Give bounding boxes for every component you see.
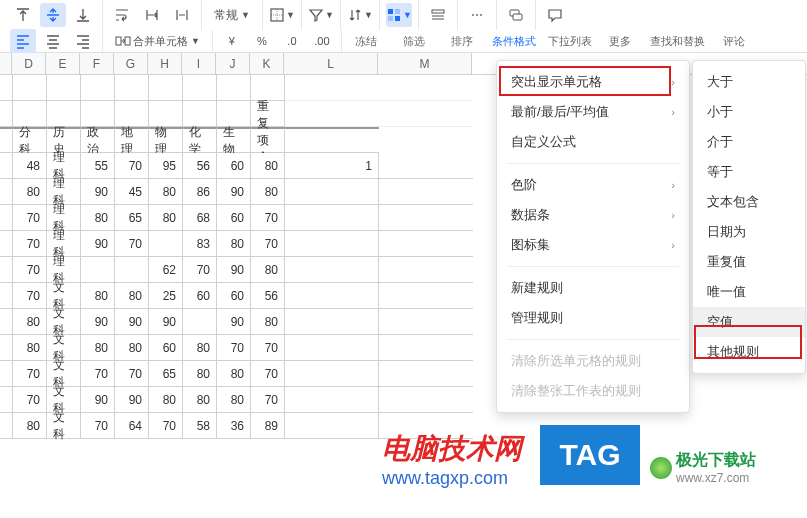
cell[interactable] — [285, 361, 379, 387]
valign-top-button[interactable] — [10, 3, 36, 27]
header-cell[interactable] — [0, 127, 13, 153]
submenu-item[interactable]: 重复值 — [693, 247, 805, 277]
cell[interactable] — [379, 283, 473, 309]
header-cell[interactable]: 重复项个数 — [251, 127, 285, 153]
cell[interactable] — [285, 101, 379, 127]
cell[interactable]: 64 — [115, 413, 149, 439]
align-right-button[interactable] — [70, 29, 96, 53]
cell[interactable] — [379, 101, 473, 127]
cell[interactable] — [285, 179, 379, 205]
cell[interactable] — [0, 179, 13, 205]
cell[interactable]: 65 — [115, 205, 149, 231]
cell[interactable] — [81, 257, 115, 283]
cell[interactable] — [0, 75, 13, 101]
cell[interactable] — [0, 309, 13, 335]
filter-icon[interactable]: ▼ — [308, 3, 334, 27]
cell[interactable]: 90 — [81, 231, 115, 257]
cell[interactable] — [0, 361, 13, 387]
menu-item[interactable]: 数据条› — [497, 200, 689, 230]
column-header[interactable]: L — [284, 53, 378, 74]
cell[interactable]: 60 — [149, 335, 183, 361]
cell[interactable] — [379, 387, 473, 413]
cell[interactable] — [13, 75, 47, 101]
cell[interactable]: 80 — [149, 205, 183, 231]
cell[interactable]: 70 — [251, 231, 285, 257]
cell[interactable] — [285, 335, 379, 361]
cell[interactable]: 70 — [13, 257, 47, 283]
submenu-item[interactable]: 介于 — [693, 127, 805, 157]
menu-item[interactable]: 突出显示单元格› — [497, 67, 689, 97]
cell[interactable] — [285, 283, 379, 309]
cell[interactable]: 62 — [149, 257, 183, 283]
cell[interactable]: 90 — [81, 309, 115, 335]
header-cell[interactable]: 政治 — [81, 127, 115, 153]
column-header[interactable]: G — [114, 53, 148, 74]
cell[interactable]: 90 — [115, 309, 149, 335]
menu-item[interactable]: 管理规则 — [497, 303, 689, 333]
cell[interactable]: 90 — [217, 257, 251, 283]
merge-cells-button[interactable]: 合并单元格▼ — [109, 29, 206, 53]
cell[interactable] — [0, 231, 13, 257]
clip-button[interactable] — [169, 3, 195, 27]
cell[interactable] — [379, 75, 473, 101]
cell[interactable] — [285, 257, 379, 283]
column-header[interactable]: K — [250, 53, 284, 74]
cell[interactable] — [0, 153, 13, 179]
cell[interactable]: 80 — [217, 361, 251, 387]
cell[interactable]: 80 — [217, 387, 251, 413]
header-cell[interactable]: 物理 — [149, 127, 183, 153]
column-header[interactable]: M — [378, 53, 472, 74]
cell[interactable]: 90 — [81, 179, 115, 205]
submenu-item[interactable]: 空值 — [693, 307, 805, 337]
increase-decimal-button[interactable]: .00 — [309, 29, 335, 53]
cell[interactable] — [379, 231, 473, 257]
cell[interactable]: 56 — [183, 153, 217, 179]
submenu-item[interactable]: 其他规则 — [693, 337, 805, 367]
column-header[interactable]: J — [216, 53, 250, 74]
column-header[interactable]: E — [46, 53, 80, 74]
cell[interactable]: 80 — [115, 335, 149, 361]
submenu-item[interactable]: 唯一值 — [693, 277, 805, 307]
cell[interactable]: 58 — [183, 413, 217, 439]
cell[interactable]: 90 — [115, 387, 149, 413]
cell[interactable]: 80 — [183, 387, 217, 413]
currency-button[interactable]: ¥ — [219, 29, 245, 53]
cell[interactable] — [285, 231, 379, 257]
cell[interactable] — [0, 413, 13, 439]
column-header[interactable]: H — [148, 53, 182, 74]
cell[interactable] — [0, 387, 13, 413]
cell[interactable] — [149, 231, 183, 257]
cell[interactable]: 80 — [13, 413, 47, 439]
menu-item[interactable]: 色阶› — [497, 170, 689, 200]
header-cell[interactable]: 生物 — [217, 127, 251, 153]
cell[interactable] — [379, 153, 473, 179]
cell[interactable]: 70 — [251, 387, 285, 413]
submenu-item[interactable]: 小于 — [693, 97, 805, 127]
cell[interactable] — [285, 127, 379, 153]
header-cell[interactable]: 分科 — [13, 127, 47, 153]
cell[interactable]: 70 — [115, 361, 149, 387]
cell[interactable]: 60 — [183, 283, 217, 309]
find-replace-button[interactable] — [503, 3, 529, 27]
cell[interactable]: 60 — [217, 283, 251, 309]
border-button[interactable]: ▼ — [269, 3, 295, 27]
cell[interactable] — [285, 75, 379, 101]
cell[interactable]: 60 — [217, 205, 251, 231]
cell[interactable]: 70 — [115, 231, 149, 257]
sort-icon[interactable]: ▼ — [347, 3, 373, 27]
cell[interactable]: 70 — [183, 257, 217, 283]
cell[interactable] — [285, 205, 379, 231]
column-header[interactable] — [0, 53, 12, 74]
cell[interactable] — [379, 257, 473, 283]
cell[interactable] — [379, 309, 473, 335]
menu-item[interactable]: 新建规则 — [497, 273, 689, 303]
cell[interactable] — [183, 309, 217, 335]
more-button[interactable]: ⋯ — [464, 3, 490, 27]
cell[interactable] — [0, 335, 13, 361]
cell[interactable]: 25 — [149, 283, 183, 309]
valign-bottom-button[interactable] — [70, 3, 96, 27]
cell[interactable]: 80 — [251, 179, 285, 205]
cell[interactable]: 90 — [217, 179, 251, 205]
valign-middle-button[interactable] — [40, 3, 66, 27]
column-header[interactable]: D — [12, 53, 46, 74]
